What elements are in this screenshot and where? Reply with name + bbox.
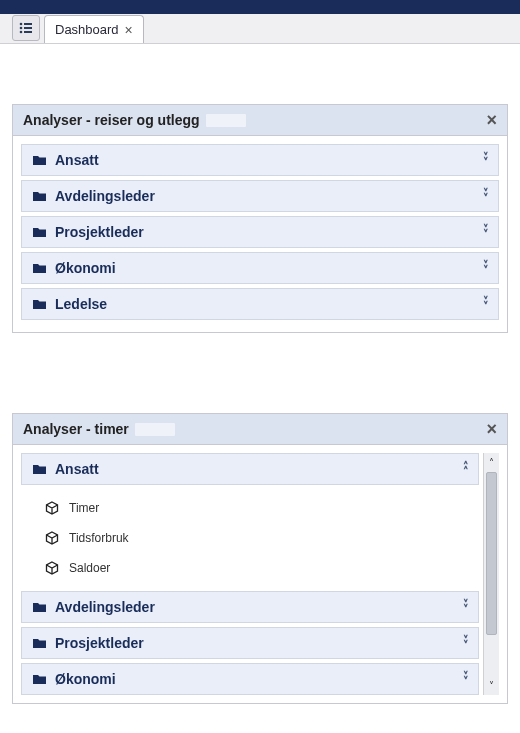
panel-body: Ansatt ˅˅ Avdelingsleder ˅˅ Prosjektlede… (13, 136, 507, 332)
tab-label: Dashboard (55, 22, 119, 37)
chevron-down-icon: ˅˅ (463, 638, 468, 649)
workspace: Analyser - reiser og utlegg × Ansatt ˅˅ … (0, 44, 520, 733)
item-timer[interactable]: Timer (21, 493, 479, 523)
group-okonomi[interactable]: Økonomi ˅˅ (21, 663, 479, 695)
chevron-down-icon: ˅˅ (483, 155, 488, 166)
group-ansatt-items: Timer Tidsforbruk Saldoer (21, 489, 479, 591)
folder-icon (32, 226, 47, 238)
group-ansatt-expanded[interactable]: Ansatt ˄˄ (21, 453, 479, 485)
tabstrip: Dashboard × (0, 14, 520, 44)
group-prosjektleder[interactable]: Prosjektleder ˅˅ (21, 216, 499, 248)
scroll-down-icon[interactable]: ˅ (487, 678, 496, 693)
cube-icon (45, 531, 59, 545)
group-label: Økonomi (55, 671, 116, 687)
panel-analyser-reiser: Analyser - reiser og utlegg × Ansatt ˅˅ … (12, 104, 508, 333)
panel-title: Analyser - timer (23, 421, 129, 437)
group-label: Avdelingsleder (55, 599, 155, 615)
item-tidsforbruk[interactable]: Tidsforbruk (21, 523, 479, 553)
panel-body: Ansatt ˄˄ Timer Tidsforbruk Sa (13, 445, 507, 703)
chevron-down-icon: ˅˅ (483, 263, 488, 274)
panel-header: Analyser - reiser og utlegg × (13, 105, 507, 136)
title-ghost (135, 423, 175, 436)
list-icon (19, 21, 33, 35)
tab-dashboard[interactable]: Dashboard × (44, 15, 144, 43)
cube-icon (45, 501, 59, 515)
group-avdelingsleder[interactable]: Avdelingsleder ˅˅ (21, 591, 479, 623)
item-label: Saldoer (69, 561, 110, 575)
panel-close-icon[interactable]: × (486, 111, 497, 129)
chevron-down-icon: ˅˅ (483, 299, 488, 310)
panel-header: Analyser - timer × (13, 414, 507, 445)
item-label: Tidsforbruk (69, 531, 129, 545)
folder-icon (32, 637, 47, 649)
folder-icon (32, 601, 47, 613)
item-saldoer[interactable]: Saldoer (21, 553, 479, 583)
group-label: Prosjektleder (55, 635, 144, 651)
folder-icon (32, 673, 47, 685)
cube-icon (45, 561, 59, 575)
folder-icon (32, 262, 47, 274)
group-label: Prosjektleder (55, 224, 144, 240)
chevron-down-icon: ˅˅ (483, 191, 488, 202)
group-label: Ansatt (55, 461, 99, 477)
group-label: Ledelse (55, 296, 107, 312)
panel-close-icon[interactable]: × (486, 420, 497, 438)
folder-icon (32, 154, 47, 166)
group-ledelse[interactable]: Ledelse ˅˅ (21, 288, 499, 320)
tab-close-icon[interactable]: × (125, 23, 133, 37)
group-okonomi[interactable]: Økonomi ˅˅ (21, 252, 499, 284)
group-label: Ansatt (55, 152, 99, 168)
group-label: Økonomi (55, 260, 116, 276)
folder-icon (32, 463, 47, 475)
app-topbar (0, 0, 520, 14)
chevron-down-icon: ˅˅ (483, 227, 488, 238)
scroll-track[interactable] (484, 470, 499, 678)
folder-icon (32, 298, 47, 310)
group-avdelingsleder[interactable]: Avdelingsleder ˅˅ (21, 180, 499, 212)
chevron-down-icon: ˅˅ (463, 674, 468, 685)
list-view-button[interactable] (12, 15, 40, 41)
title-ghost (206, 114, 246, 127)
group-ansatt[interactable]: Ansatt ˅˅ (21, 144, 499, 176)
panel-title: Analyser - reiser og utlegg (23, 112, 200, 128)
vertical-scrollbar[interactable]: ˄ ˅ (483, 453, 499, 695)
chevron-up-icon: ˄˄ (463, 464, 468, 475)
scroll-thumb[interactable] (486, 472, 497, 635)
group-label: Avdelingsleder (55, 188, 155, 204)
chevron-down-icon: ˅˅ (463, 602, 468, 613)
scroll-up-icon[interactable]: ˄ (487, 455, 496, 470)
folder-icon (32, 190, 47, 202)
group-prosjektleder[interactable]: Prosjektleder ˅˅ (21, 627, 479, 659)
item-label: Timer (69, 501, 99, 515)
panel-analyser-timer: Analyser - timer × Ansatt ˄˄ Timer (12, 413, 508, 704)
